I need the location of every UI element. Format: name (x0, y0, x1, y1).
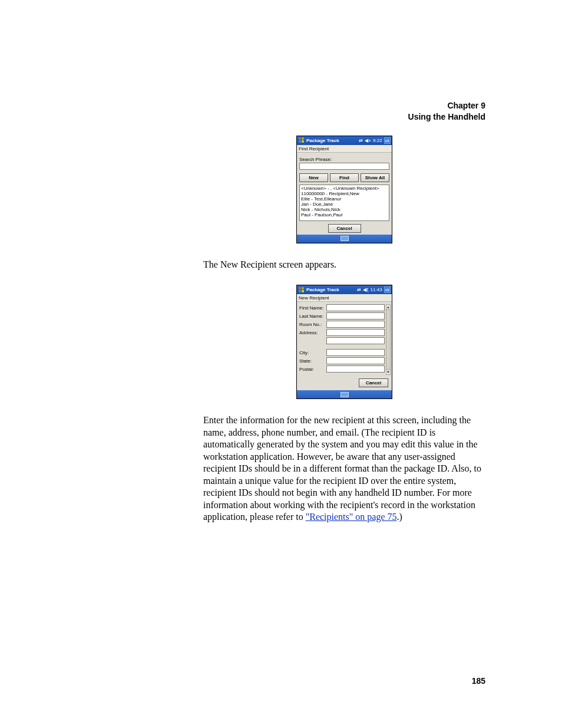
search-phrase-input[interactable] (299, 163, 389, 170)
find-button[interactable]: Find (330, 173, 359, 182)
connectivity-icon: ⇄ (359, 138, 363, 143)
connectivity-icon: ⇄ (357, 287, 361, 292)
volume-icon: ◀× (365, 138, 371, 143)
titlebar: Package Track ⇄ ◀× 9:22 ok (297, 136, 392, 145)
postal-label: Postal: (299, 367, 326, 372)
keyboard-icon[interactable] (340, 392, 349, 397)
caption: The New Recipient screen appears. (203, 259, 485, 271)
screen-title: New Recipient (297, 294, 392, 302)
list-item[interactable]: <Unknown> - , <Unknown Recipient> (301, 186, 388, 191)
svg-rect-1 (302, 137, 304, 140)
last-name-label: Last Name: (299, 314, 326, 319)
address-input[interactable] (326, 329, 385, 336)
ok-button[interactable]: ok (384, 137, 391, 144)
page-number: 185 (472, 676, 485, 686)
chapter-label: Chapter 9 (203, 100, 485, 111)
svg-rect-3 (302, 140, 304, 143)
svg-rect-2 (299, 140, 301, 143)
search-phrase-label: Search Phrase: (299, 157, 389, 162)
handheld-new-recipient: Package Track ⇄ ◀ξ 11:43 ok New Recipien… (296, 285, 392, 399)
recipients-link[interactable]: "Recipients" on page 75 (306, 512, 397, 522)
city-label: City: (299, 350, 326, 355)
cancel-button[interactable]: Cancel (328, 224, 361, 233)
clock: 9:22 (373, 138, 382, 143)
scrollbar[interactable]: ▲ ▼ (386, 304, 391, 375)
screen-title: Find Recipient (297, 145, 392, 153)
list-item[interactable]: Nick - Nichols,Nick (301, 207, 388, 212)
page-header: Chapter 9 Using the Handheld (203, 100, 485, 123)
city-input[interactable] (326, 349, 385, 356)
svg-rect-0 (299, 137, 301, 140)
svg-rect-7 (302, 290, 304, 292)
sip-bar (297, 235, 392, 243)
ok-button[interactable]: ok (384, 286, 391, 293)
scroll-down-icon[interactable]: ▼ (386, 369, 390, 374)
address-label: Address: (299, 330, 326, 335)
app-title: Package Track (306, 138, 359, 143)
cancel-button[interactable]: Cancel (359, 378, 388, 387)
titlebar: Package Track ⇄ ◀ξ 11:43 ok (297, 285, 392, 294)
new-button[interactable]: New (299, 173, 328, 182)
show-all-button[interactable]: Show All (361, 173, 389, 182)
svg-rect-4 (299, 287, 301, 289)
last-name-input[interactable] (326, 312, 385, 319)
start-icon (298, 286, 305, 294)
room-no-input[interactable] (326, 321, 385, 328)
results-list[interactable]: <Unknown> - , <Unknown Recipient> 110000… (299, 185, 389, 221)
handheld-find-recipient: Package Track ⇄ ◀× 9:22 ok Find Recipien… (296, 136, 392, 243)
svg-rect-5 (302, 287, 304, 289)
volume-icon: ◀ξ (363, 287, 369, 292)
chapter-title: Using the Handheld (203, 111, 485, 123)
start-icon (298, 137, 305, 144)
body-text: Enter the information for the new recipi… (203, 415, 481, 522)
list-item[interactable]: Ellie - Test,Elleanor (301, 196, 388, 202)
scroll-up-icon[interactable]: ▲ (386, 305, 390, 310)
state-input[interactable] (326, 357, 385, 364)
svg-rect-6 (299, 290, 301, 292)
address2-input[interactable] (326, 337, 385, 344)
first-name-input[interactable] (326, 304, 385, 311)
list-item[interactable]: Paul - Paulson,Paul (301, 212, 388, 218)
body-paragraph: Enter the information for the new recipi… (203, 414, 485, 523)
list-item[interactable]: Jan - Doe,Jane (301, 202, 388, 207)
clock: 11:43 (371, 287, 382, 292)
keyboard-icon[interactable] (340, 236, 349, 241)
app-title: Package Track (306, 287, 357, 292)
sip-bar (297, 390, 392, 398)
list-item[interactable]: 110000000 - Recipient,New (301, 191, 388, 196)
room-no-label: Room No.: (299, 322, 326, 327)
body-tail: .) (397, 512, 402, 522)
first-name-label: First Name: (299, 305, 326, 311)
postal-input[interactable] (326, 365, 385, 373)
state-label: State: (299, 358, 326, 364)
